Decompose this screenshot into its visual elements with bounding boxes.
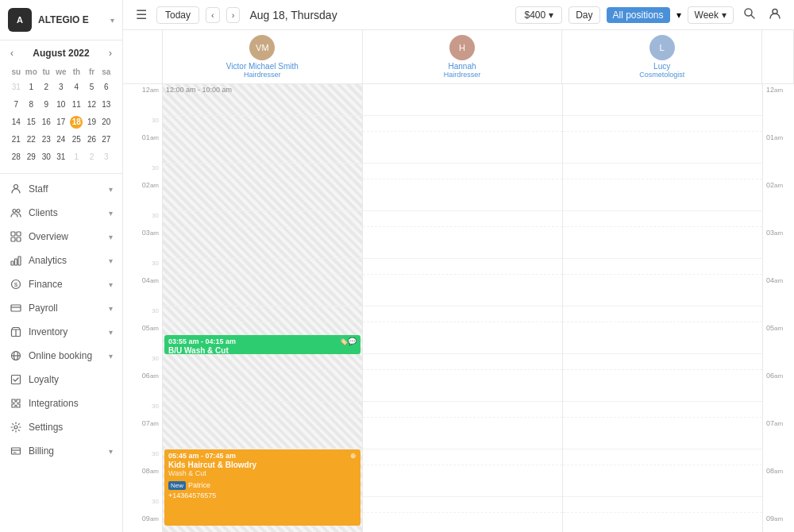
cal-day[interactable]: 26 bbox=[85, 132, 98, 148]
right-time-slot-half bbox=[763, 259, 794, 275]
amount-value: $400 bbox=[524, 10, 545, 21]
svg-rect-7 bbox=[11, 261, 13, 265]
cal-day[interactable]: 27 bbox=[100, 132, 113, 148]
cal-day[interactable]: 23 bbox=[40, 132, 52, 148]
cal-day[interactable]: 22 bbox=[24, 132, 38, 148]
box-icon bbox=[10, 326, 22, 338]
nav-item-analytics[interactable]: Analytics ▾ bbox=[0, 249, 122, 272]
cal-day[interactable]: 13 bbox=[100, 97, 113, 113]
cal-next-button[interactable]: › bbox=[106, 47, 114, 60]
nav-item-loyalty[interactable]: Loyalty bbox=[0, 368, 122, 391]
nav-item-settings[interactable]: Settings bbox=[0, 415, 122, 439]
day-button[interactable]: Day bbox=[569, 6, 599, 24]
cal-day[interactable]: 16 bbox=[40, 114, 52, 130]
positions-button[interactable]: All positions bbox=[607, 7, 670, 23]
next-week-button[interactable]: › bbox=[226, 7, 241, 23]
event-wash-cut[interactable]: 03:55 am - 04:15 am 🏷️💬 B/U Wash & Cut bbox=[164, 335, 360, 354]
sidebar: A ALTEGIO E ▾ ‹ August 2022 › su mo tu w… bbox=[0, 0, 123, 532]
nav-item-overview[interactable]: Overview ▾ bbox=[0, 225, 122, 249]
cal-day[interactable]: 5 bbox=[85, 79, 98, 95]
nav-billing-label: Billing bbox=[29, 445, 102, 457]
hour-line bbox=[563, 322, 762, 354]
cal-day[interactable]: 4 bbox=[69, 79, 83, 95]
staff-header-row: VM Victor Michael Smith Hairdresser H Ha… bbox=[123, 30, 794, 84]
profile-button[interactable] bbox=[765, 6, 784, 25]
hour-line bbox=[563, 370, 762, 402]
hamburger-button[interactable]: ☰ bbox=[133, 6, 150, 24]
calendar-body[interactable]: 12am3001am3002am3003am3004am3005am3006am… bbox=[123, 84, 794, 532]
cal-day[interactable]: 25 bbox=[69, 132, 83, 148]
half-hour-line bbox=[363, 402, 562, 418]
cal-day[interactable]: 18 bbox=[69, 114, 83, 130]
nav-item-billing[interactable]: Billing ▾ bbox=[0, 439, 122, 463]
cal-day[interactable]: 1 bbox=[69, 149, 83, 165]
right-time-slot-half bbox=[763, 306, 794, 322]
cal-day[interactable]: 29 bbox=[24, 149, 38, 165]
nav-booking-arrow: ▾ bbox=[109, 352, 113, 360]
nav-inventory-label: Inventory bbox=[29, 326, 102, 337]
cal-day[interactable]: 14 bbox=[10, 114, 22, 130]
cal-prev-button[interactable]: ‹ bbox=[8, 47, 16, 60]
cal-day[interactable]: 2 bbox=[85, 149, 98, 165]
nav-item-clients[interactable]: Clients ▾ bbox=[0, 201, 122, 225]
nav-item-online-booking[interactable]: Online booking ▾ bbox=[0, 344, 122, 368]
hour-line bbox=[563, 418, 762, 449]
half-hour-line bbox=[163, 259, 362, 275]
nav-item-payroll[interactable]: Payroll ▾ bbox=[0, 296, 122, 320]
topbar: ☰ Today ‹ › Aug 18, Thursday $400 ▾ Day … bbox=[123, 0, 794, 30]
nav-item-finance[interactable]: $ Finance ▾ bbox=[0, 272, 122, 296]
search-button[interactable] bbox=[740, 6, 759, 25]
cal-day[interactable]: 6 bbox=[100, 79, 113, 95]
globe-icon bbox=[10, 349, 22, 362]
logo-area[interactable]: A ALTEGIO E ▾ bbox=[0, 0, 122, 40]
cal-day[interactable]: 12 bbox=[85, 97, 98, 113]
cal-day[interactable]: 10 bbox=[54, 97, 67, 113]
nav-item-staff[interactable]: Staff ▾ bbox=[0, 177, 122, 201]
svg-text:$: $ bbox=[14, 281, 18, 288]
time-slot-half: 30 bbox=[123, 306, 162, 322]
cal-day[interactable]: 17 bbox=[54, 114, 67, 130]
event-kids-haircut[interactable]: 05:45 am - 07:45 am ⊕ Kids Haircut & Blo… bbox=[164, 449, 360, 526]
cal-day[interactable]: 3 bbox=[54, 79, 67, 95]
nav-online-booking-label: Online booking bbox=[29, 350, 102, 361]
today-button[interactable]: Today bbox=[156, 6, 199, 24]
nav-loyalty-label: Loyalty bbox=[29, 374, 113, 385]
cal-day[interactable]: 8 bbox=[24, 97, 38, 113]
cal-day[interactable]: 21 bbox=[10, 132, 22, 148]
half-hour-line bbox=[363, 497, 562, 513]
svg-point-2 bbox=[17, 210, 20, 213]
half-hour-line bbox=[563, 354, 762, 370]
cal-day[interactable]: 28 bbox=[10, 149, 22, 165]
cal-day[interactable]: 11 bbox=[69, 97, 83, 113]
cal-day[interactable]: 31 bbox=[10, 79, 22, 95]
staff-role-victor: Hairdresser bbox=[244, 71, 281, 79]
cal-day[interactable]: 1 bbox=[24, 79, 38, 95]
cal-day[interactable]: 20 bbox=[100, 114, 113, 130]
half-hour-line bbox=[563, 211, 762, 227]
logo-dropdown-icon[interactable]: ▾ bbox=[110, 16, 114, 25]
prev-week-button[interactable]: ‹ bbox=[206, 7, 220, 23]
nav-item-inventory[interactable]: Inventory ▾ bbox=[0, 320, 122, 344]
staff-name-lucy: Lucy bbox=[653, 62, 670, 71]
cal-day[interactable]: 15 bbox=[24, 114, 38, 130]
nav-item-integrations[interactable]: Integrations bbox=[0, 391, 122, 415]
cal-day[interactable]: 2 bbox=[40, 79, 52, 95]
logo-icon: A bbox=[8, 8, 32, 32]
right-time-slot-half bbox=[763, 164, 794, 179]
cal-day[interactable]: 19 bbox=[85, 114, 98, 130]
cal-day[interactable]: 7 bbox=[10, 97, 22, 113]
staff-col-right-spacer bbox=[762, 30, 794, 83]
amount-button[interactable]: $400 ▾ bbox=[515, 6, 562, 24]
right-time-slot: 07am bbox=[763, 418, 794, 449]
week-button[interactable]: Week ▾ bbox=[688, 6, 734, 24]
cal-day[interactable]: 31 bbox=[54, 149, 67, 165]
hour-line bbox=[163, 84, 362, 116]
half-hour-line bbox=[563, 497, 762, 513]
staff-col-victor: VM Victor Michael Smith Hairdresser bbox=[163, 30, 363, 83]
cal-day[interactable]: 9 bbox=[40, 97, 52, 113]
cal-day[interactable]: 30 bbox=[40, 149, 52, 165]
billing-icon bbox=[10, 445, 22, 457]
nav-staff-arrow: ▾ bbox=[109, 185, 113, 194]
cal-day[interactable]: 24 bbox=[54, 132, 67, 148]
cal-day[interactable]: 3 bbox=[100, 149, 113, 165]
